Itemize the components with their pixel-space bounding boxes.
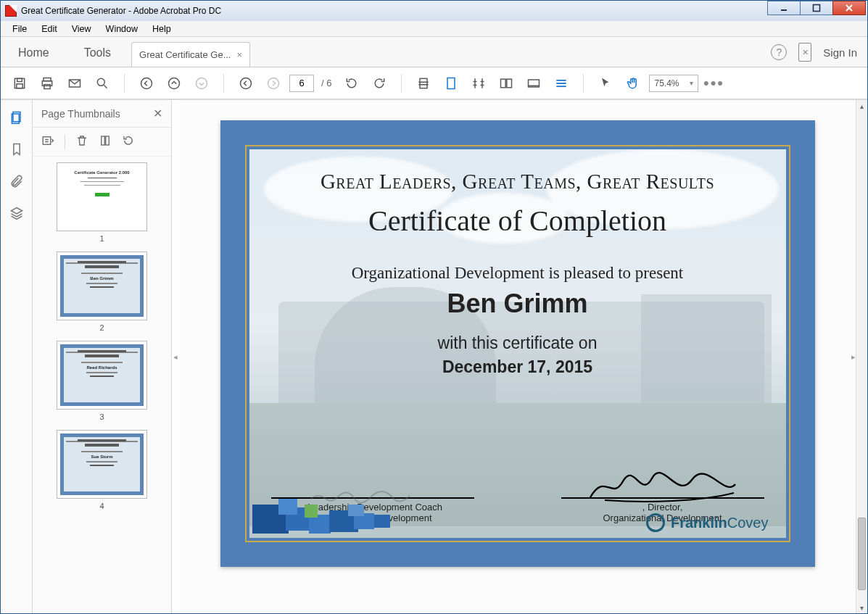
- nav-fwd-icon: [262, 72, 285, 95]
- thumbnails-panel-title: Page Thumbnails: [41, 108, 120, 120]
- document-area: Great Leaders, Great Teams, Great Result…: [179, 100, 867, 613]
- scrollbar-thumb[interactable]: [858, 518, 866, 590]
- svg-rect-1: [814, 5, 820, 12]
- thumbnail-page-number: 3: [99, 412, 104, 421]
- app-pdf-icon: [5, 5, 17, 17]
- window-minimize-button[interactable]: [767, 1, 801, 15]
- svg-rect-4: [17, 83, 22, 88]
- thumbnails-panel: Page Thumbnails ✕ Certificate Generator …: [33, 100, 172, 613]
- panel-collapse-handle[interactable]: ◂: [172, 100, 179, 613]
- two-page-icon[interactable]: [495, 72, 518, 95]
- window-maximize-button[interactable]: [800, 1, 833, 15]
- bookmark-rail-icon[interactable]: [7, 139, 27, 159]
- zoom-combobox[interactable]: 75.4%: [649, 75, 698, 92]
- cert-date: December 17, 2015: [442, 357, 592, 377]
- cert-headline: Great Leaders, Great Teams, Great Result…: [321, 170, 714, 194]
- select-tool-icon[interactable]: [594, 72, 617, 95]
- attachments-rail-icon[interactable]: [7, 171, 27, 191]
- page-number-input[interactable]: [289, 75, 314, 92]
- menu-help[interactable]: Help: [146, 22, 177, 36]
- tab-document-label: Great Certificate Ge...: [139, 49, 231, 60]
- tab-document[interactable]: Great Certificate Ge... ×: [131, 42, 250, 67]
- svg-point-12: [169, 78, 180, 88]
- mobile-link-icon[interactable]: ✕: [798, 43, 811, 62]
- thumbnails-panel-close-icon[interactable]: ✕: [153, 107, 162, 120]
- window-titlebar: Great Certificate Generator - Adobe Acro…: [1, 1, 867, 21]
- window-close-button[interactable]: [832, 1, 866, 15]
- svg-point-9: [97, 78, 104, 86]
- fit-page-icon[interactable]: [412, 72, 435, 95]
- svg-line-10: [104, 85, 107, 88]
- main-toolbar: / 6 75.4% •••: [1, 67, 867, 99]
- svg-rect-28: [102, 136, 105, 145]
- svg-rect-27: [43, 136, 51, 144]
- thumbnail-page[interactable]: Reed Richards3: [33, 341, 171, 421]
- svg-rect-16: [420, 78, 427, 88]
- rotate-cw-icon[interactable]: [368, 72, 391, 95]
- svg-point-13: [197, 78, 207, 88]
- menubar: File Edit View Window Help: [1, 21, 867, 37]
- thumbnail-page-number: 4: [99, 502, 104, 510]
- cert-present-line: Organizational Development is pleased to…: [352, 264, 684, 283]
- svg-rect-19: [507, 79, 512, 88]
- thumbnail-page[interactable]: Ben Grimm2: [33, 252, 171, 332]
- document-canvas[interactable]: Great Leaders, Great Teams, Great Result…: [179, 100, 856, 613]
- page-up-icon[interactable]: [162, 72, 186, 95]
- left-rail: [1, 100, 33, 613]
- thumb-options-icon[interactable]: [41, 134, 54, 150]
- app-tabrow: Home Tools Great Certificate Ge... × ? ✕…: [1, 37, 867, 67]
- page-down-icon: [190, 72, 213, 95]
- print-icon[interactable]: [36, 72, 59, 95]
- thumb-rotate-icon[interactable]: [122, 134, 135, 150]
- read-mode-icon[interactable]: [522, 72, 545, 95]
- scroll-up-icon[interactable]: ▴: [856, 100, 867, 112]
- svg-point-14: [241, 78, 252, 88]
- fit-visible-icon[interactable]: [467, 72, 490, 95]
- menu-file[interactable]: File: [7, 22, 33, 36]
- cert-title: Certificate of Completion: [368, 204, 666, 238]
- franklincovey-logo-icon: [646, 513, 665, 532]
- zoom-value: 75.4%: [654, 78, 679, 88]
- thumbnail-page[interactable]: Sue Storm4: [33, 430, 171, 510]
- menu-window[interactable]: Window: [100, 22, 144, 36]
- window-title: Great Certificate Generator - Adobe Acro…: [21, 6, 221, 16]
- thumbnails-toolbar: [33, 128, 171, 157]
- nav-back-icon[interactable]: [234, 72, 257, 95]
- hand-tool-icon[interactable]: [621, 72, 645, 95]
- thumbnails-rail-icon[interactable]: [7, 107, 27, 128]
- thumb-delete-icon[interactable]: [75, 134, 88, 150]
- vertical-scrollbar[interactable]: ▴ ▾: [856, 100, 867, 613]
- svg-rect-18: [501, 79, 506, 88]
- svg-rect-17: [447, 78, 455, 88]
- scroll-down-icon[interactable]: ▾: [856, 602, 867, 613]
- sign-in-button[interactable]: Sign In: [823, 46, 857, 59]
- menu-edit[interactable]: Edit: [36, 22, 63, 36]
- tab-home[interactable]: Home: [1, 39, 67, 67]
- rotate-ccw-icon[interactable]: [340, 72, 363, 95]
- layers-rail-icon[interactable]: [7, 203, 27, 223]
- cert-mosaic-graphic: [252, 490, 397, 534]
- tab-document-close-icon[interactable]: ×: [236, 49, 242, 60]
- svg-rect-7: [44, 84, 50, 88]
- fit-width-icon[interactable]: [439, 72, 463, 95]
- franklincovey-logo: FranklinCovey: [646, 513, 769, 532]
- svg-rect-29: [106, 136, 109, 145]
- help-icon[interactable]: ?: [771, 44, 787, 60]
- more-tools-icon[interactable]: •••: [703, 72, 726, 95]
- tab-tools[interactable]: Tools: [67, 39, 128, 67]
- search-icon[interactable]: [91, 72, 114, 95]
- save-icon[interactable]: [8, 72, 31, 95]
- cert-signature-right: [561, 471, 764, 505]
- cert-recipient-name: Ben Grimm: [447, 289, 587, 319]
- thumbnail-page-number: 1: [99, 234, 104, 243]
- thumbnail-page-number: 2: [99, 323, 104, 332]
- scroll-mode-icon[interactable]: [550, 72, 573, 95]
- thumb-print-icon[interactable]: [99, 134, 112, 150]
- thumbnail-page[interactable]: Certificate Generator 2.0001: [33, 162, 171, 243]
- svg-point-15: [268, 78, 279, 88]
- svg-point-11: [141, 78, 152, 88]
- email-icon[interactable]: [63, 72, 86, 95]
- certificate-page: Great Leaders, Great Teams, Great Result…: [220, 120, 815, 567]
- menu-view[interactable]: View: [66, 22, 97, 36]
- page-first-icon[interactable]: [135, 72, 158, 95]
